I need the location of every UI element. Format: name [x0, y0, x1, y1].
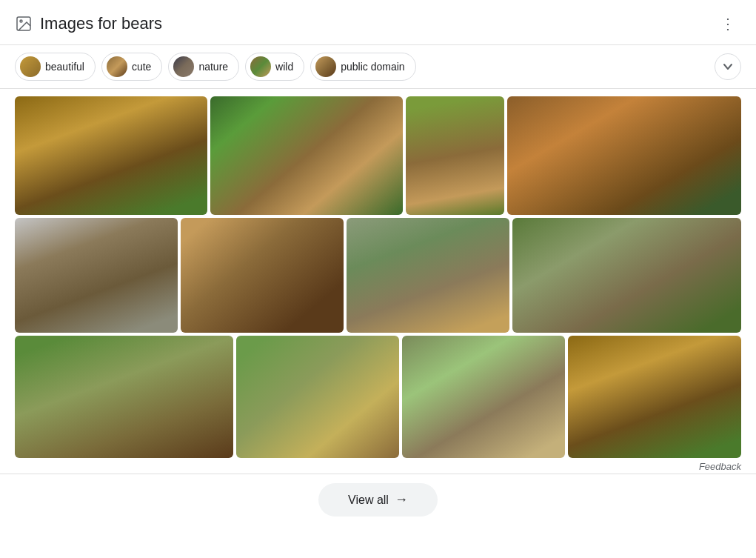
- bear-image-5: [15, 218, 178, 333]
- bear-image-11: [402, 336, 565, 458]
- bear-image-3: [406, 96, 504, 215]
- chip-thumb-public-domain: [315, 56, 336, 77]
- images-header: Images for bears ⋮: [0, 0, 756, 45]
- page-title: Images for bears: [40, 14, 715, 33]
- image-item[interactable]: [406, 96, 504, 215]
- view-all-bar: View all →: [0, 474, 756, 528]
- bear-image-8: [512, 218, 741, 333]
- image-item[interactable]: [236, 336, 399, 458]
- image-row-3: [15, 336, 741, 458]
- image-item[interactable]: [512, 218, 741, 333]
- image-item[interactable]: [15, 336, 233, 458]
- chip-wild[interactable]: wild: [245, 53, 304, 81]
- images-grid: [0, 89, 756, 458]
- image-row-2: [15, 218, 741, 333]
- chip-label-wild: wild: [275, 61, 293, 73]
- image-item[interactable]: [507, 96, 741, 215]
- bear-image-1: [15, 96, 207, 215]
- chip-nature[interactable]: nature: [168, 53, 239, 81]
- chips-expand-button[interactable]: [715, 53, 741, 80]
- filter-chips-row: beautiful cute nature wild public domain: [0, 45, 756, 89]
- bear-image-2: [210, 96, 403, 215]
- image-item[interactable]: [15, 218, 178, 333]
- more-options-button[interactable]: ⋮: [715, 12, 741, 36]
- image-item[interactable]: [15, 96, 207, 215]
- bear-image-10: [236, 336, 399, 458]
- chip-public-domain[interactable]: public domain: [310, 53, 415, 81]
- image-item[interactable]: [181, 218, 344, 333]
- image-row-1: [15, 96, 741, 215]
- chip-thumb-wild: [250, 56, 271, 77]
- image-item[interactable]: [568, 336, 741, 458]
- chip-thumb-nature: [173, 56, 194, 77]
- bear-image-6: [181, 218, 344, 333]
- chip-label-beautiful: beautiful: [45, 61, 84, 73]
- arrow-right-icon: →: [395, 492, 408, 508]
- bear-image-12: [568, 336, 741, 458]
- bear-image-7: [347, 218, 509, 333]
- image-item[interactable]: [402, 336, 565, 458]
- image-item[interactable]: [347, 218, 509, 333]
- chip-thumb-cute: [107, 56, 127, 77]
- view-all-button[interactable]: View all →: [318, 483, 438, 517]
- svg-point-1: [20, 20, 22, 22]
- chip-label-cute: cute: [132, 61, 151, 73]
- bear-image-9: [15, 336, 233, 458]
- chip-cute[interactable]: cute: [101, 53, 162, 81]
- chip-beautiful[interactable]: beautiful: [15, 53, 96, 81]
- bear-image-4: [507, 96, 741, 215]
- view-all-label: View all: [348, 494, 389, 507]
- chip-label-public-domain: public domain: [341, 61, 404, 73]
- images-icon: [15, 15, 33, 33]
- image-item[interactable]: [210, 96, 403, 215]
- chip-label-nature: nature: [198, 61, 228, 73]
- feedback-link[interactable]: Feedback: [0, 458, 756, 474]
- chip-thumb-beautiful: [20, 56, 41, 77]
